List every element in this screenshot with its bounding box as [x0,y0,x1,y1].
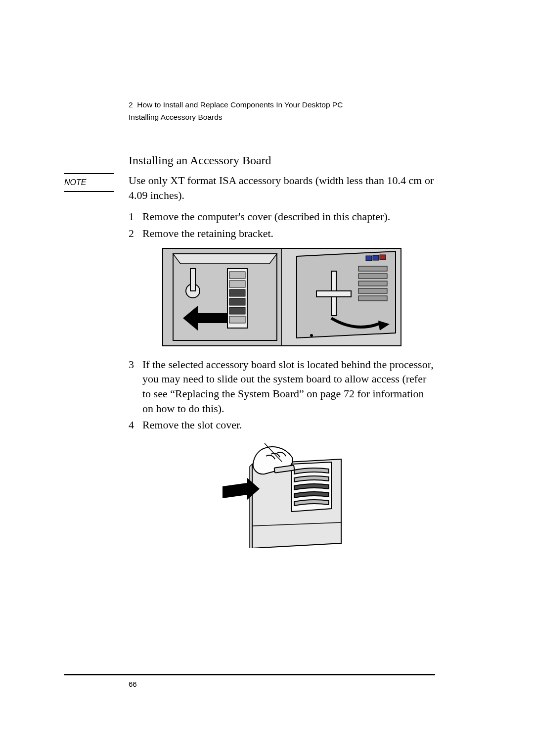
svg-rect-10 [229,307,245,314]
figure-retaining-bracket [162,248,401,346]
page-footer: 66 [64,674,435,689]
svg-rect-22 [358,288,387,293]
svg-rect-23 [358,296,387,301]
figure-slot-cover [218,439,346,548]
step-number: 3 [129,357,142,416]
running-header: 2 How to Install and Replace Components … [129,99,435,124]
svg-rect-7 [229,281,245,287]
svg-rect-19 [358,266,387,271]
step-item: 1 Remove the computer's cover (described… [129,209,435,224]
step-text: If the selected accessory board slot is … [142,357,435,416]
svg-marker-29 [250,464,252,548]
svg-rect-4 [190,269,195,291]
note-label: NOTE [64,173,114,192]
step-number: 4 [129,418,142,432]
step-item: 3 If the selected accessory board slot i… [129,357,435,416]
chapter-title: How to Install and Replace Components In… [137,100,343,109]
svg-rect-17 [373,255,379,260]
svg-rect-16 [366,256,372,261]
page-number: 66 [129,680,137,688]
steps-list-a: 1 Remove the computer's cover (described… [129,209,435,240]
svg-rect-18 [380,255,386,260]
svg-rect-6 [229,272,245,279]
svg-marker-2 [173,254,277,264]
section-breadcrumb: Installing Accessory Boards [129,111,435,124]
step-number: 2 [129,226,142,241]
svg-rect-11 [229,316,245,323]
note-text: Use only XT format ISA accessory boards … [129,173,435,202]
document-page: 2 How to Install and Replace Components … [0,0,534,756]
svg-rect-21 [358,281,387,286]
svg-rect-25 [316,291,351,297]
step-item: 2 Remove the retaining bracket. [129,226,435,241]
svg-rect-8 [229,289,245,296]
step-number: 1 [129,209,142,224]
step-text: Remove the computer's cover (described i… [142,209,435,224]
svg-point-27 [310,334,313,337]
section-heading: Installing an Accessory Board [129,152,435,168]
svg-rect-9 [229,298,245,305]
step-item: 4 Remove the slot cover. [129,418,435,432]
steps-list-b: 3 If the selected accessory board slot i… [129,357,435,432]
step-text: Remove the retaining bracket. [142,226,435,241]
chapter-number: 2 [129,100,133,109]
step-text: Remove the slot cover. [142,418,435,432]
svg-rect-20 [358,274,387,279]
